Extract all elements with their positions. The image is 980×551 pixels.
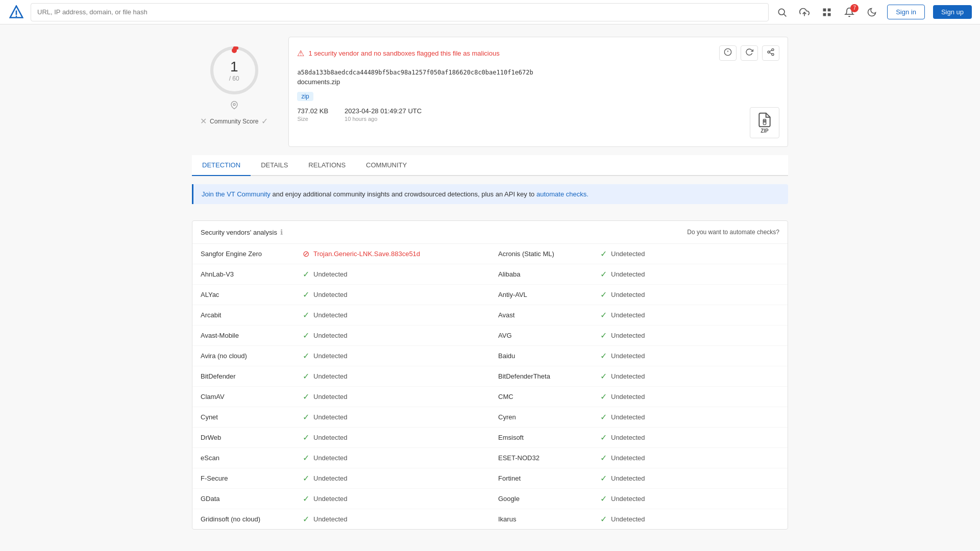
vendor-name: eScan <box>201 454 303 462</box>
vendor-name: Baidu <box>498 352 600 360</box>
undetected-result-text: Undetected <box>313 311 348 319</box>
check-icon: ✓ <box>303 433 309 442</box>
vendor-name: GData <box>201 495 303 503</box>
detection-title: Security vendors' analysis ℹ <box>201 228 283 236</box>
table-row: Fortinet✓ Undetected <box>490 468 788 489</box>
vendor-result: ✓ Undetected <box>303 392 348 402</box>
check-icon: ✓ <box>600 310 607 320</box>
file-date-relative: 10 hours ago <box>345 116 422 122</box>
check-icon: ✓ <box>600 249 607 259</box>
vendor-name: F-Secure <box>201 474 303 482</box>
main-content: 1 / 60 ✕ Community Score ✓ ⚠ 1 security … <box>184 24 796 542</box>
vendor-result: ✓ Undetected <box>303 269 348 279</box>
score-check-icon: ✓ <box>261 116 268 126</box>
vendor-name: AhnLab-V3 <box>201 270 303 278</box>
file-type-tag[interactable]: zip <box>297 92 313 101</box>
undetected-result-text: Undetected <box>611 311 645 319</box>
undetected-result-text: Undetected <box>313 434 348 441</box>
table-row: AhnLab-V3✓ Undetected <box>192 264 490 285</box>
check-icon: ✓ <box>600 290 607 299</box>
theme-toggle-button[interactable] <box>865 5 879 19</box>
vendor-name: Avast-Mobile <box>201 332 303 339</box>
share-button[interactable] <box>762 45 779 61</box>
check-icon: ✓ <box>600 494 607 504</box>
join-community-link[interactable]: Join the VT Community <box>202 190 271 198</box>
check-icon: ✓ <box>303 392 309 402</box>
check-icon: ✓ <box>303 269 309 279</box>
logo[interactable] <box>8 4 24 20</box>
table-row: Avira (no cloud)✓ Undetected <box>192 346 490 366</box>
score-text: 1 / 60 <box>229 59 239 82</box>
svg-point-2 <box>16 15 17 17</box>
table-row: Alibaba✓ Undetected <box>490 264 788 285</box>
sign-in-button[interactable]: Sign in <box>887 5 925 19</box>
table-row: DrWeb✓ Undetected <box>192 428 490 448</box>
undetected-result-text: Undetected <box>611 332 645 339</box>
vendor-name: Avast <box>498 311 600 319</box>
svg-point-16 <box>772 48 774 51</box>
tab-community[interactable]: COMMUNITY <box>356 155 417 176</box>
undetected-result-text: Undetected <box>313 474 348 482</box>
file-meta: 737.02 KB Size 2023-04-28 01:49:27 UTC 1… <box>297 107 779 138</box>
tab-details[interactable]: DETAILS <box>251 155 298 176</box>
info-actions <box>719 45 779 61</box>
undetected-result-text: Undetected <box>611 270 645 278</box>
table-row: ESET-NOD32✓ Undetected <box>490 448 788 468</box>
table-row: Avast-Mobile✓ Undetected <box>192 325 490 346</box>
undetected-result-text: Undetected <box>611 474 645 482</box>
vendor-name: Arcabit <box>201 311 303 319</box>
error-icon: ⊘ <box>303 249 309 259</box>
file-size-value: 737.02 KB <box>297 107 328 115</box>
check-icon: ✓ <box>600 351 607 361</box>
tab-detection[interactable]: DETECTION <box>192 155 251 176</box>
vendor-result: ✓ Undetected <box>600 494 645 504</box>
table-row: ALYac✓ Undetected <box>192 285 490 305</box>
svg-line-19 <box>770 53 772 54</box>
table-row: CMC✓ Undetected <box>490 387 788 407</box>
check-icon: ✓ <box>303 331 309 340</box>
tab-relations[interactable]: RELATIONS <box>298 155 356 176</box>
upload-button[interactable] <box>797 5 812 19</box>
vendor-name: Avira (no cloud) <box>201 352 303 360</box>
behavior-button[interactable] <box>719 45 737 61</box>
check-icon: ✓ <box>303 514 309 524</box>
vendor-name: Antiy-AVL <box>498 291 600 298</box>
undetected-result-text: Undetected <box>313 372 348 380</box>
notifications-button[interactable]: 7 <box>842 5 856 19</box>
svg-point-12 <box>233 104 235 106</box>
vendor-result: ✓ Undetected <box>600 310 645 320</box>
zip-file-icon <box>756 112 773 128</box>
table-row: GData✓ Undetected <box>192 489 490 509</box>
refresh-button[interactable] <box>741 45 758 61</box>
community-banner-middle: and enjoy additional community insights … <box>273 190 536 198</box>
community-score-label: Community Score <box>210 118 258 125</box>
file-name: documents.zip <box>297 78 779 86</box>
automate-checks-link[interactable]: automate checks. <box>536 190 589 198</box>
vendor-name: CMC <box>498 393 600 400</box>
undetected-result-text: Undetected <box>611 495 645 503</box>
zip-label: ZIP <box>761 128 769 134</box>
malicious-result-text: Trojan.Generic-LNK.Save.883ce51d <box>313 250 420 258</box>
zip-icon-box: ZIP <box>750 107 779 138</box>
search-input[interactable] <box>31 3 769 21</box>
table-row: AVG✓ Undetected <box>490 325 788 346</box>
vendor-result: ✓ Undetected <box>600 331 645 340</box>
vendor-name: Alibaba <box>498 270 600 278</box>
vendor-name: ESET-NOD32 <box>498 454 600 462</box>
vendor-result: ✓ Undetected <box>303 310 348 320</box>
undetected-result-text: Undetected <box>313 291 348 298</box>
search-button[interactable] <box>775 5 789 19</box>
grid-view-button[interactable] <box>820 5 834 19</box>
vendor-result: ✓ Undetected <box>303 351 348 361</box>
vendor-name: Ikarus <box>498 515 600 523</box>
undetected-result-text: Undetected <box>611 291 645 298</box>
undetected-result-text: Undetected <box>313 393 348 400</box>
detection-title-text: Security vendors' analysis <box>201 229 277 236</box>
vendor-name: Emsisoft <box>498 434 600 441</box>
info-icon[interactable]: ℹ <box>280 228 283 236</box>
check-icon: ✓ <box>303 412 309 422</box>
score-denominator: / 60 <box>229 75 239 82</box>
vendor-name: BitDefenderTheta <box>498 372 600 380</box>
sign-up-button[interactable]: Sign up <box>933 5 972 19</box>
file-size-meta: 737.02 KB Size <box>297 107 328 122</box>
